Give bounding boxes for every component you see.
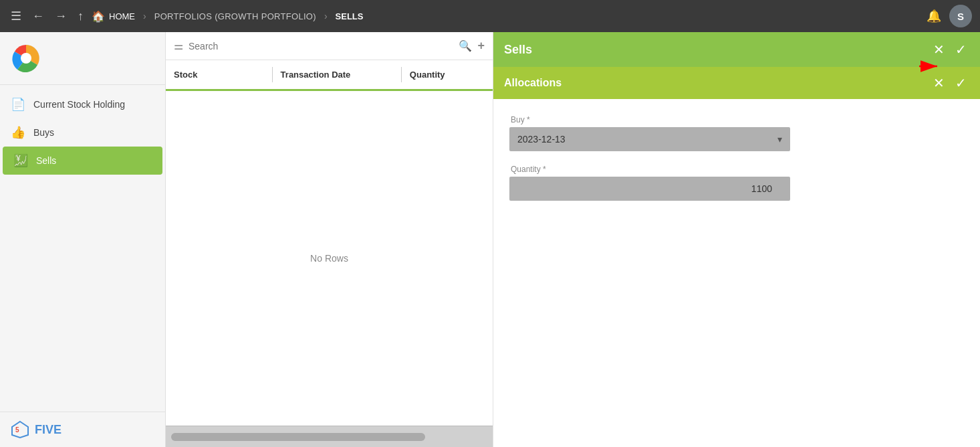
five-logo-text: FIVE [35, 423, 62, 437]
current-stock-icon: 📄 [11, 97, 25, 112]
add-button[interactable]: + [477, 39, 485, 53]
sidebar-item-buys[interactable]: 👍 Buys [0, 118, 165, 147]
arrow-indicator [916, 56, 943, 78]
sells-panel-header: Sells ✕ ✓ [493, 32, 980, 67]
home-label: HOME [109, 11, 135, 21]
filter-icon[interactable]: ⚌ [174, 39, 183, 52]
up-icon[interactable]: ↑ [75, 7, 86, 26]
main-layout: 📄 Current Stock Holding 👍 Buys 💹 Sells 5… [0, 32, 980, 447]
quantity-field-group: Quantity * [509, 165, 964, 201]
home-icon: 🏠 [92, 10, 105, 23]
table-footer [166, 426, 493, 447]
svg-text:5: 5 [15, 426, 19, 434]
portfolio-breadcrumb[interactable]: PORTFOLIOS (GROWTH PORTFOLIO) [154, 11, 316, 21]
five-logo-icon: 5 [11, 420, 29, 439]
allocations-header: Allocations ✕ ✓ [493, 67, 980, 99]
sidebar-item-current-stock[interactable]: 📄 Current Stock Holding [0, 90, 165, 118]
buys-icon: 👍 [11, 125, 25, 140]
sidebar-bottom: 5 FIVE [0, 412, 165, 447]
sells-confirm-button[interactable]: ✓ [953, 40, 969, 59]
sidebar-logo [0, 32, 165, 85]
quantity-field-label: Quantity * [509, 165, 964, 174]
table-body: No Rows [166, 91, 493, 426]
form-area: Buy * 2023-12-13 ▾ Quantity * [493, 99, 980, 447]
sidebar: 📄 Current Stock Holding 👍 Buys 💹 Sells 5… [0, 32, 166, 447]
sells-label: Sells [36, 155, 56, 166]
buy-select-wrapper: 2023-12-13 ▾ [509, 127, 790, 151]
buy-field-group: Buy * 2023-12-13 ▾ [509, 115, 964, 151]
breadcrumb-sep-2: › [324, 11, 328, 21]
sells-icon: 💹 [13, 153, 28, 168]
buy-select[interactable]: 2023-12-13 [509, 127, 790, 151]
search-icon[interactable]: 🔍 [459, 39, 472, 52]
current-stock-label: Current Stock Holding [33, 99, 125, 110]
back-icon[interactable]: ← [29, 7, 47, 26]
user-avatar[interactable]: S [949, 5, 972, 27]
column-header-quantity: Quantity [402, 67, 493, 82]
table-header: Stock Transaction Date Quantity [166, 60, 493, 91]
forward-icon[interactable]: → [52, 7, 70, 26]
column-header-stock: Stock [166, 67, 273, 82]
right-panel: Sells ✕ ✓ Allocati [493, 32, 980, 447]
home-nav[interactable]: 🏠 HOME [92, 10, 135, 23]
topbar: ☰ ← → ↑ 🏠 HOME › PORTFOLIOS (GROWTH PORT… [0, 0, 980, 32]
svg-marker-2 [12, 422, 28, 438]
horizontal-scrollbar[interactable] [171, 433, 425, 441]
sidebar-nav: 📄 Current Stock Holding 👍 Buys 💹 Sells [0, 85, 165, 412]
breadcrumb-sep-1: › [143, 11, 146, 21]
logo-chart [11, 43, 41, 74]
sells-breadcrumb: SELLS [336, 11, 364, 21]
list-panel: ⚌ 🔍 + Stock Transaction Date Quantity No… [166, 32, 493, 447]
menu-icon[interactable]: ☰ [8, 6, 24, 26]
sidebar-item-sells[interactable]: 💹 Sells [3, 147, 162, 175]
search-bar: ⚌ 🔍 + [166, 32, 493, 60]
content-area: ⚌ 🔍 + Stock Transaction Date Quantity No… [166, 32, 980, 447]
quantity-input[interactable] [509, 177, 790, 201]
topbar-right: 🔔 S [927, 5, 972, 27]
search-input[interactable] [189, 41, 453, 52]
notifications-icon[interactable]: 🔔 [927, 9, 941, 23]
column-header-date: Transaction Date [273, 67, 402, 82]
allocations-confirm-button[interactable]: ✓ [953, 74, 969, 92]
allocations-title: Allocations [504, 77, 931, 89]
sells-panel-title: Sells [504, 43, 931, 57]
buy-field-label: Buy * [509, 115, 964, 124]
empty-message: No Rows [310, 253, 348, 264]
buys-label: Buys [33, 127, 54, 138]
svg-point-1 [21, 53, 31, 64]
